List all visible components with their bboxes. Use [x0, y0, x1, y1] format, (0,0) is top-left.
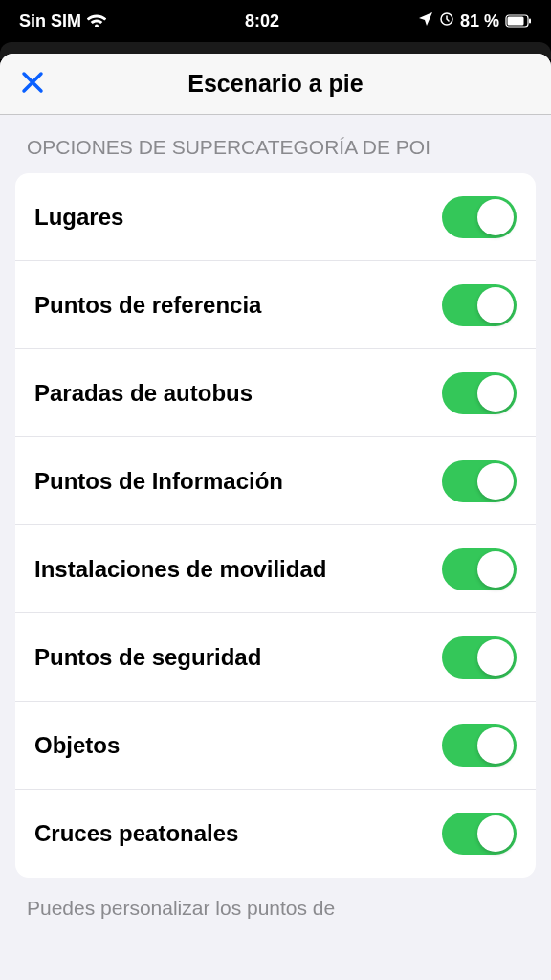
settings-sheet: Escenario a pie OPCIONES DE SUPERCATEGOR…: [0, 54, 551, 980]
row-label: Lugares: [34, 203, 123, 232]
toggle-objetos[interactable]: [442, 724, 517, 767]
row-puntos-referencia: Puntos de referencia: [15, 261, 536, 349]
wifi-icon: [87, 11, 106, 32]
battery-percent: 81 %: [460, 11, 499, 32]
toggle-lugares[interactable]: [442, 196, 517, 238]
row-paradas-autobus: Paradas de autobus: [15, 349, 536, 437]
content: OPCIONES DE SUPERCATEGORÍA DE POI Lugare…: [0, 115, 551, 922]
row-label: Instalaciones de movilidad: [34, 555, 326, 584]
toggle-puntos-informacion[interactable]: [442, 460, 517, 502]
row-instalaciones-movilidad: Instalaciones de movilidad: [15, 525, 536, 613]
status-left: Sin SIM: [19, 11, 106, 32]
row-label: Paradas de autobus: [34, 379, 253, 408]
status-bar: Sin SIM 8:02 81 %: [0, 0, 551, 42]
row-label: Objetos: [34, 731, 120, 760]
nav-bar: Escenario a pie: [0, 54, 551, 115]
toggle-puntos-referencia[interactable]: [442, 284, 517, 326]
row-label: Puntos de referencia: [34, 291, 261, 320]
row-objetos: Objetos: [15, 702, 536, 790]
footer-text: Puedes personalizar los puntos de: [0, 878, 551, 921]
section-header: OPCIONES DE SUPERCATEGORÍA DE POI: [0, 134, 551, 173]
toggle-puntos-seguridad[interactable]: [442, 636, 517, 679]
row-label: Cruces peatonales: [34, 819, 238, 848]
alarm-icon: [439, 11, 454, 32]
page-title: Escenario a pie: [187, 70, 363, 98]
close-icon: [20, 70, 45, 99]
settings-list: Lugares Puntos de referencia Paradas de …: [15, 173, 536, 878]
carrier-text: Sin SIM: [19, 11, 81, 32]
row-label: Puntos de seguridad: [34, 643, 261, 672]
close-button[interactable]: [17, 69, 48, 100]
row-puntos-seguridad: Puntos de seguridad: [15, 613, 536, 702]
row-label: Puntos de Información: [34, 467, 283, 496]
svg-rect-2: [507, 17, 523, 26]
row-puntos-informacion: Puntos de Información: [15, 437, 536, 525]
row-cruces-peatonales: Cruces peatonales: [15, 790, 536, 878]
toggle-paradas-autobus[interactable]: [442, 372, 517, 414]
svg-rect-3: [529, 19, 531, 24]
status-right: 81 %: [418, 11, 532, 32]
location-icon: [418, 11, 433, 32]
toggle-instalaciones-movilidad[interactable]: [442, 548, 517, 590]
battery-icon: [505, 14, 532, 28]
toggle-cruces-peatonales[interactable]: [442, 813, 517, 855]
row-lugares: Lugares: [15, 173, 536, 261]
time-text: 8:02: [245, 11, 279, 32]
